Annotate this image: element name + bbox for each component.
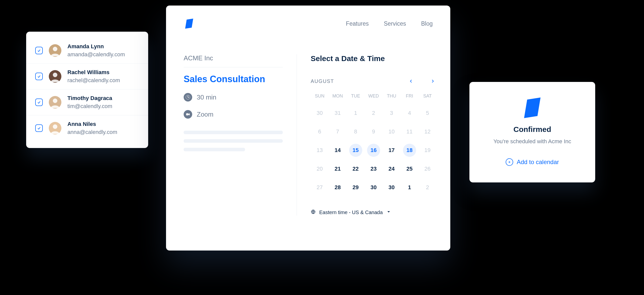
avatar	[49, 96, 61, 109]
calendar-day: 19	[419, 143, 436, 157]
calendar-day[interactable]: 28	[329, 181, 346, 194]
user-row[interactable]: Amanda Lynn amanda@calendly.com	[26, 38, 148, 64]
caret-down-icon	[386, 209, 391, 216]
plus-icon	[506, 158, 513, 166]
calendar-day: 2	[419, 181, 436, 194]
calendar-day: 20	[311, 162, 329, 176]
calendar-day: 11	[400, 125, 418, 138]
add-to-calendar-button[interactable]: Add to calendar	[506, 158, 559, 166]
svg-point-3	[53, 73, 57, 77]
calendar-grid: SUNMONTUEWEDTHUFRISAT3031123456789101112…	[311, 93, 436, 194]
calendar-day[interactable]: 30	[365, 181, 382, 194]
checkbox[interactable]	[35, 124, 43, 132]
video-icon	[184, 110, 192, 119]
calendar-day[interactable]: 29	[347, 181, 365, 194]
timezone-selector[interactable]: Eastern time - US & Canada	[311, 209, 436, 216]
nav-features[interactable]: Features	[346, 20, 369, 27]
confirmation-card: Confirmed You're scheduled with Acme Inc…	[469, 82, 595, 182]
calendar-day[interactable]: 23	[365, 162, 382, 176]
svg-point-5	[53, 99, 57, 103]
calendar-day: 7	[329, 125, 346, 138]
brand-logo-icon	[521, 96, 544, 119]
user-email: amanda@calendly.com	[67, 51, 125, 58]
day-of-week-label: WED	[365, 93, 382, 101]
day-of-week-label: FRI	[400, 93, 418, 101]
nav-blog[interactable]: Blog	[421, 20, 433, 27]
clock-icon	[184, 93, 192, 102]
duration-label: 30 min	[197, 93, 216, 101]
calendar-day: 27	[311, 181, 329, 194]
calendar-day: 10	[383, 125, 400, 138]
user-name: Anna Niles	[67, 121, 117, 127]
calendar-day: 31	[329, 106, 346, 120]
placeholder-lines	[184, 131, 283, 151]
calendar-day: 3	[383, 106, 400, 120]
day-of-week-label: MON	[329, 93, 346, 101]
users-card: Amanda Lynn amanda@calendly.com Rachel W…	[26, 32, 148, 148]
add-to-calendar-label: Add to calendar	[517, 159, 559, 166]
calendar-day: 8	[347, 125, 365, 138]
next-month-button[interactable]	[429, 77, 436, 85]
avatar	[49, 122, 61, 134]
day-of-week-label: THU	[383, 93, 400, 101]
company-label: ACME Inc	[184, 54, 283, 67]
svg-point-1	[53, 47, 57, 51]
calendar-day[interactable]: 1	[400, 181, 418, 194]
globe-icon	[311, 209, 316, 216]
svg-rect-9	[186, 113, 188, 115]
booking-card: Features Services Blog ACME Inc Sales Co…	[166, 6, 450, 251]
user-email: tim@calendly.com	[67, 103, 112, 110]
checkbox[interactable]	[35, 47, 43, 54]
calendar-day: 13	[311, 143, 329, 157]
calendar-day: 26	[419, 162, 436, 176]
avatar	[49, 70, 61, 83]
calendar-day[interactable]: 25	[400, 162, 418, 176]
calendar-day[interactable]: 22	[347, 162, 365, 176]
day-of-week-label: SAT	[419, 93, 436, 101]
nav-services[interactable]: Services	[384, 20, 406, 27]
calendar-day: 6	[311, 125, 329, 138]
select-date-title: Select a Date & Time	[311, 54, 436, 63]
checkbox[interactable]	[35, 73, 43, 80]
calendar-day: 12	[419, 125, 436, 138]
user-name: Amanda Lynn	[67, 43, 125, 50]
calendar-day: 9	[365, 125, 382, 138]
calendar-day[interactable]: 18	[400, 143, 418, 157]
user-name: Rachel Williams	[67, 69, 120, 76]
calendar-day[interactable]: 30	[383, 181, 400, 194]
calendar-day[interactable]: 14	[329, 143, 346, 157]
user-row[interactable]: Timothy Dagraca tim@calendly.com	[26, 89, 148, 115]
calendar-day[interactable]: 24	[383, 162, 400, 176]
platform-label: Zoom	[197, 111, 213, 118]
svg-point-7	[53, 124, 57, 129]
day-of-week-label: TUE	[347, 93, 365, 101]
user-row[interactable]: Rachel Williams rachel@calendly.com	[26, 64, 148, 89]
prev-month-button[interactable]	[407, 77, 415, 85]
confirmed-subtitle: You're scheduled with Acme Inc	[477, 138, 588, 145]
checkbox[interactable]	[35, 99, 43, 106]
calendar-day[interactable]: 15	[347, 143, 365, 157]
calendar-day: 1	[347, 106, 365, 120]
month-label: AUGUST	[311, 78, 334, 84]
timezone-label: Eastern time - US & Canada	[319, 210, 383, 215]
user-row[interactable]: Anna Niles anna@calendly.com	[26, 115, 148, 141]
calendar-day: 4	[400, 106, 418, 120]
day-of-week-label: SUN	[311, 93, 329, 101]
brand-logo-icon	[184, 18, 195, 29]
calendar-day[interactable]: 17	[383, 143, 400, 157]
user-email: rachel@calendly.com	[67, 77, 120, 84]
user-email: anna@calendly.com	[67, 129, 117, 135]
calendar-day[interactable]: 21	[329, 162, 346, 176]
meeting-title: Sales Consultation	[184, 74, 283, 84]
calendar-day: 2	[365, 106, 382, 120]
calendar-day: 30	[311, 106, 329, 120]
calendar-day[interactable]: 16	[365, 143, 382, 157]
confirmed-title: Confirmed	[477, 125, 588, 134]
user-name: Timothy Dagraca	[67, 95, 112, 102]
calendar-day: 5	[419, 106, 436, 120]
avatar	[49, 44, 61, 57]
